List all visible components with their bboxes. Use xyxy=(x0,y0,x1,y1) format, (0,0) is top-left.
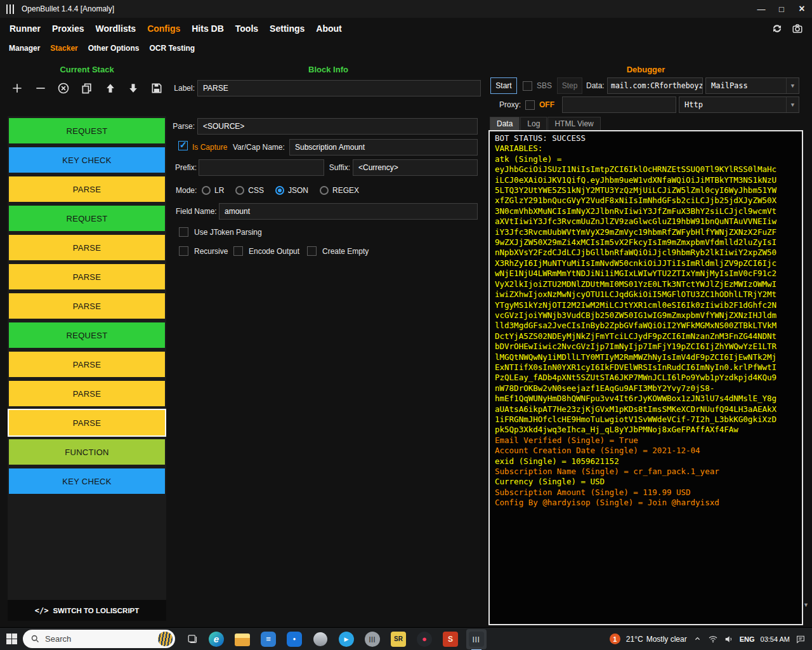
mode-radio-group: LR CSS JSON REGEX xyxy=(202,183,359,197)
mode-radio-option[interactable]: CSS xyxy=(235,186,264,195)
mode-radio-option[interactable]: JSON xyxy=(275,186,308,195)
submenu-item[interactable]: OCR Testing xyxy=(144,44,200,53)
log-line: wNjE1NjU4LWRmMmYtNDJiNi1iMGIxLWIwYTU2ZTI… xyxy=(495,269,797,279)
step-button[interactable]: Step xyxy=(557,77,582,94)
stack-block[interactable]: REQUEST xyxy=(9,322,165,348)
menu-item[interactable]: Settings xyxy=(264,23,310,34)
stack-block[interactable]: KEY CHECK xyxy=(9,468,165,494)
mode-radio-option[interactable]: LR xyxy=(202,186,224,195)
start-button[interactable]: Start xyxy=(490,77,517,94)
network-button[interactable] xyxy=(708,634,718,644)
stack-block[interactable]: PARSE xyxy=(9,293,165,319)
mode-radio-option[interactable]: REGEX xyxy=(320,186,359,195)
title-bar: OpenBullet 1.4.4 [Anomaly] — □ × xyxy=(0,0,812,18)
sbs-checkbox[interactable] xyxy=(523,81,532,91)
taskbar-app-icon[interactable]: ▶ xyxy=(336,629,357,649)
mode-label: Mode: xyxy=(176,182,197,199)
menu-item[interactable]: Tools xyxy=(230,23,264,34)
move-block-down-button[interactable] xyxy=(125,80,141,96)
clock[interactable]: 03:54 AM xyxy=(761,635,790,643)
menu-item[interactable]: Runner xyxy=(4,23,46,34)
taskbar-app-icon[interactable]: ≡ xyxy=(258,629,278,649)
taskbar-app-icon[interactable] xyxy=(232,629,252,649)
add-block-button[interactable] xyxy=(9,80,25,96)
stack-block[interactable]: PARSE xyxy=(9,352,165,377)
stack-block[interactable]: PARSE xyxy=(9,381,165,406)
stack-block[interactable]: KEY CHECK xyxy=(9,147,165,173)
taskbar-app-icon[interactable]: SR xyxy=(388,629,409,649)
stack-block[interactable]: REQUEST xyxy=(9,118,165,143)
stack-block[interactable]: PARSE xyxy=(9,176,165,202)
taskbar-app-icon[interactable]: S xyxy=(440,629,461,649)
save-icon xyxy=(150,82,163,95)
is-capture-checkbox[interactable] xyxy=(178,141,188,150)
encode-output-checkbox[interactable] xyxy=(233,246,243,256)
suffix-input[interactable]: <Currency> xyxy=(353,159,478,176)
label-field-label: Label: xyxy=(171,80,195,96)
switch-to-loliscript-button[interactable]: </> SWITCH TO LOLISCRIPT xyxy=(8,600,166,621)
jtoken-checkbox[interactable] xyxy=(179,227,188,237)
menu-item[interactable]: Configs xyxy=(141,23,186,34)
stack-block[interactable]: PARSE xyxy=(9,410,165,435)
recursive-checkbox[interactable] xyxy=(179,246,188,256)
weather-widget[interactable]: 21°C Mostly clear xyxy=(626,635,687,644)
debugger-tab[interactable]: Data xyxy=(490,117,520,130)
taskbar-app-icon[interactable]: ||| xyxy=(362,629,383,649)
log-line: Account Creation Date (Single) = 2021-12… xyxy=(495,446,797,456)
submenu-item[interactable]: Other Options xyxy=(83,44,145,53)
hidden-icons-button[interactable] xyxy=(693,634,702,644)
stack-block[interactable]: REQUEST xyxy=(9,206,165,231)
varcap-name-input[interactable]: Subscription Amount xyxy=(289,139,478,156)
taskbar-app-icon[interactable]: ● xyxy=(414,629,435,649)
block-label-input[interactable]: PARSE xyxy=(197,80,481,96)
menu-item[interactable]: Hits DB xyxy=(186,23,230,34)
sync-icon[interactable] xyxy=(770,22,784,36)
menu-item[interactable]: Proxies xyxy=(46,23,90,34)
taskbar-app-icon[interactable]: ● xyxy=(284,629,304,649)
log-line: 5LTQ3Y2UtYWE5ZS1kNjY2MTU3YzQzMjUiLCJiZW5… xyxy=(495,185,797,196)
language-indicator[interactable]: ENG xyxy=(740,635,755,643)
camera-icon[interactable] xyxy=(790,22,804,36)
proxy-type-value: Http xyxy=(684,100,703,109)
field-name-input[interactable]: amount xyxy=(219,203,478,220)
close-button[interactable]: × xyxy=(792,3,812,15)
clear-stack-button[interactable] xyxy=(55,80,72,96)
menu-item[interactable]: About xyxy=(310,23,347,34)
debugger-tab[interactable]: Log xyxy=(520,117,547,130)
prefix-label: Prefix: xyxy=(171,159,197,176)
log-line: vcGVzIjoiYWNjb3VudCBjb250ZW50IG1wIG9mZmx… xyxy=(495,310,797,321)
proxy-checkbox[interactable] xyxy=(525,100,535,110)
create-empty-checkbox[interactable] xyxy=(307,246,317,256)
taskbar-app-icon[interactable] xyxy=(310,629,331,649)
submenu-item[interactable]: Stacker xyxy=(45,44,82,53)
taskbar-search[interactable]: Search xyxy=(23,630,175,648)
save-config-button[interactable] xyxy=(148,80,165,96)
wordlist-type-dropdown[interactable]: MailPass ▼ xyxy=(705,77,799,94)
volume-button[interactable] xyxy=(724,634,734,644)
proxy-input[interactable] xyxy=(562,96,676,113)
notification-center-button[interactable] xyxy=(796,634,806,644)
minimize-button[interactable]: — xyxy=(751,4,771,14)
parse-source-input[interactable]: <SOURCE> xyxy=(197,118,478,135)
clone-block-button[interactable] xyxy=(79,80,95,96)
remove-block-button[interactable] xyxy=(32,80,49,96)
submenu-item[interactable]: Manager xyxy=(4,44,45,53)
log-line: 1iFRGNmJHOfclcHE9HmoTuLwgiotV1SvWWdeVCif… xyxy=(495,415,797,425)
stack-block[interactable]: FUNCTION xyxy=(9,439,165,465)
taskbar-app-icon[interactable]: ||| xyxy=(466,629,487,649)
start-menu-button[interactable] xyxy=(0,628,23,650)
stack-block[interactable]: PARSE xyxy=(9,264,165,289)
stack-block[interactable]: PARSE xyxy=(9,235,165,260)
debug-data-input[interactable]: mail.com:CRfortheboyz xyxy=(607,77,703,94)
maximize-button[interactable]: □ xyxy=(771,4,792,14)
taskbar-app-icon[interactable]: e xyxy=(206,629,226,649)
menu-item[interactable]: Wordlists xyxy=(90,23,142,34)
move-block-up-button[interactable] xyxy=(102,80,119,96)
debugger-tab[interactable]: HTML View xyxy=(547,117,600,130)
dropdown-arrow-icon: ▼ xyxy=(786,78,799,93)
proxy-type-dropdown[interactable]: Http ▼ xyxy=(679,96,799,113)
minus-icon xyxy=(34,82,47,95)
task-view-button[interactable] xyxy=(187,633,199,645)
scrollbar-down-arrow[interactable]: ▼ xyxy=(803,602,809,608)
prefix-input[interactable] xyxy=(199,159,324,176)
